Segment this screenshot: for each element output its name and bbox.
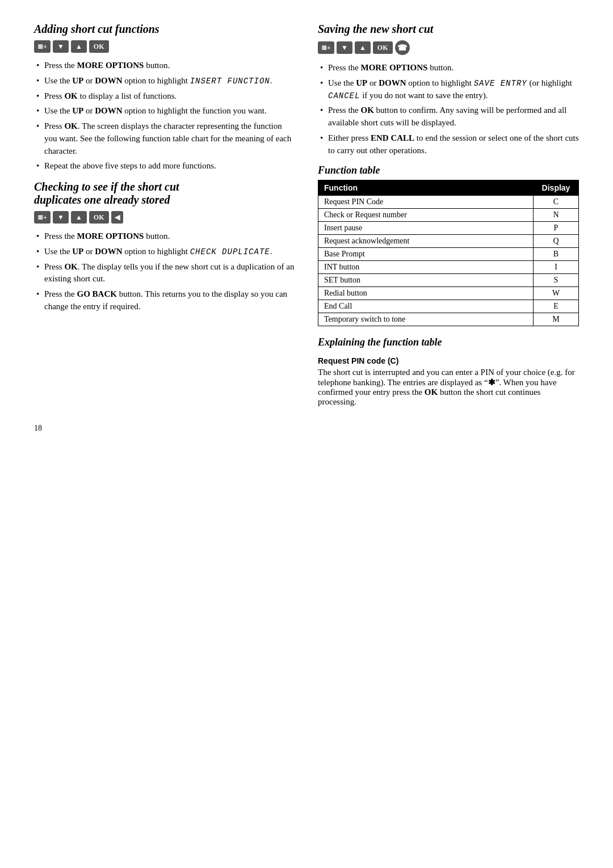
adding-bullet-5: Press OK. The screen displays the charac… bbox=[34, 120, 295, 157]
table-row: End CallE bbox=[318, 300, 579, 313]
col-function-header: Function bbox=[318, 180, 534, 196]
ok-button-icon-2: OK bbox=[89, 211, 109, 224]
adding-button-bar: ≣+ ▼ ▲ OK bbox=[34, 40, 295, 53]
down-arrow-icon: ▼ bbox=[53, 40, 69, 53]
adding-bullet-2: Use the UP or DOWN option to highlight I… bbox=[34, 75, 295, 87]
display-cell: W bbox=[534, 287, 579, 300]
back-button-icon: ◀ bbox=[111, 211, 123, 224]
phone-icon: ☎ bbox=[395, 40, 410, 55]
col-display-header: Display bbox=[534, 180, 579, 196]
saving-bullet-list: Press the MORE OPTIONS button. Use the U… bbox=[318, 62, 579, 157]
checking-duplicate-title: Checking to see if the short cutduplicat… bbox=[34, 180, 295, 207]
saving-button-bar: ≣+ ▼ ▲ OK ☎ bbox=[318, 40, 579, 55]
page-number: 18 bbox=[34, 424, 579, 433]
display-cell: Q bbox=[534, 235, 579, 248]
table-row: Check or Request numberN bbox=[318, 209, 579, 222]
table-row: Request acknowledgementQ bbox=[318, 235, 579, 248]
display-cell: C bbox=[534, 196, 579, 209]
down-arrow-icon-2: ▼ bbox=[53, 211, 69, 224]
menu-icon-2: ≣+ bbox=[34, 211, 51, 224]
adding-bullet-6: Repeat the above five steps to add more … bbox=[34, 160, 295, 172]
function-table-title: Function table bbox=[318, 165, 579, 176]
function-cell: SET button bbox=[318, 274, 534, 287]
checking-bullet-2: Use the UP or DOWN option to highlight C… bbox=[34, 246, 295, 258]
two-column-layout: Adding short cut functions ≣+ ▼ ▲ OK Pre… bbox=[34, 23, 579, 407]
table-row: Base PromptB bbox=[318, 248, 579, 261]
display-cell: M bbox=[534, 313, 579, 326]
saving-bullet-2: Use the UP or DOWN option to highlight S… bbox=[318, 77, 579, 102]
adding-shortcut-title: Adding short cut functions bbox=[34, 23, 295, 36]
checking-bullet-list: Press the MORE OPTIONS button. Use the U… bbox=[34, 230, 295, 313]
function-cell: Insert pause bbox=[318, 222, 534, 235]
table-row: Redial buttonW bbox=[318, 287, 579, 300]
function-cell: End Call bbox=[318, 300, 534, 313]
saving-bullet-3: Press the OK button to confirm. Any savi… bbox=[318, 104, 579, 129]
display-cell: I bbox=[534, 261, 579, 274]
left-column: Adding short cut functions ≣+ ▼ ▲ OK Pre… bbox=[34, 23, 295, 407]
function-cell: Base Prompt bbox=[318, 248, 534, 261]
saving-bullet-1: Press the MORE OPTIONS button. bbox=[318, 62, 579, 74]
adding-bullet-4: Use the UP or DOWN option to highlight t… bbox=[34, 105, 295, 117]
table-row: SET buttonS bbox=[318, 274, 579, 287]
checking-button-bar: ≣+ ▼ ▲ OK ◀ bbox=[34, 211, 295, 224]
display-cell: S bbox=[534, 274, 579, 287]
table-row: INT buttonI bbox=[318, 261, 579, 274]
function-cell: Request PIN Code bbox=[318, 196, 534, 209]
function-cell: INT button bbox=[318, 261, 534, 274]
adding-bullet-3: Press OK to display a list of functions. bbox=[34, 90, 295, 103]
checking-bullet-1: Press the MORE OPTIONS button. bbox=[34, 230, 295, 243]
request-pin-subtitle: Request PIN code (C) bbox=[318, 356, 579, 365]
function-cell: Check or Request number bbox=[318, 209, 534, 222]
menu-icon-3: ≣+ bbox=[318, 41, 334, 54]
page-layout: Adding short cut functions ≣+ ▼ ▲ OK Pre… bbox=[34, 23, 579, 433]
saving-shortcut-title: Saving the new short cut bbox=[318, 23, 579, 36]
function-cell: Request acknowledgement bbox=[318, 235, 534, 248]
table-row: Temporary switch to toneM bbox=[318, 313, 579, 326]
display-cell: P bbox=[534, 222, 579, 235]
up-arrow-icon: ▲ bbox=[71, 40, 87, 53]
checking-bullet-3: Press OK. The display tells you if the n… bbox=[34, 261, 295, 286]
table-row: Request PIN CodeC bbox=[318, 196, 579, 209]
display-cell: N bbox=[534, 209, 579, 222]
up-arrow-icon-2: ▲ bbox=[71, 211, 87, 224]
saving-bullet-4: Either press END CALL to end the session… bbox=[318, 132, 579, 157]
right-column: Saving the new short cut ≣+ ▼ ▲ OK ☎ Pre… bbox=[318, 23, 579, 407]
up-arrow-icon-3: ▲ bbox=[355, 41, 371, 54]
ok-button-icon: OK bbox=[89, 40, 109, 53]
down-arrow-icon-3: ▼ bbox=[337, 41, 352, 54]
table-row: Insert pauseP bbox=[318, 222, 579, 235]
ok-button-icon-3: OK bbox=[373, 41, 393, 54]
adding-bullet-1: Press the MORE OPTIONS button. bbox=[34, 60, 295, 72]
function-cell: Redial button bbox=[318, 287, 534, 300]
checking-bullet-4: Press the GO BACK button. This returns y… bbox=[34, 288, 295, 313]
explaining-title: Explaining the function table bbox=[318, 336, 579, 348]
display-cell: E bbox=[534, 300, 579, 313]
adding-bullet-list: Press the MORE OPTIONS button. Use the U… bbox=[34, 60, 295, 172]
display-cell: B bbox=[534, 248, 579, 261]
function-cell: Temporary switch to tone bbox=[318, 313, 534, 326]
menu-icon: ≣+ bbox=[34, 40, 51, 53]
request-pin-text: The short cut is interrupted and you can… bbox=[318, 368, 579, 407]
function-table: Function Display Request PIN CodeCCheck … bbox=[318, 180, 579, 326]
